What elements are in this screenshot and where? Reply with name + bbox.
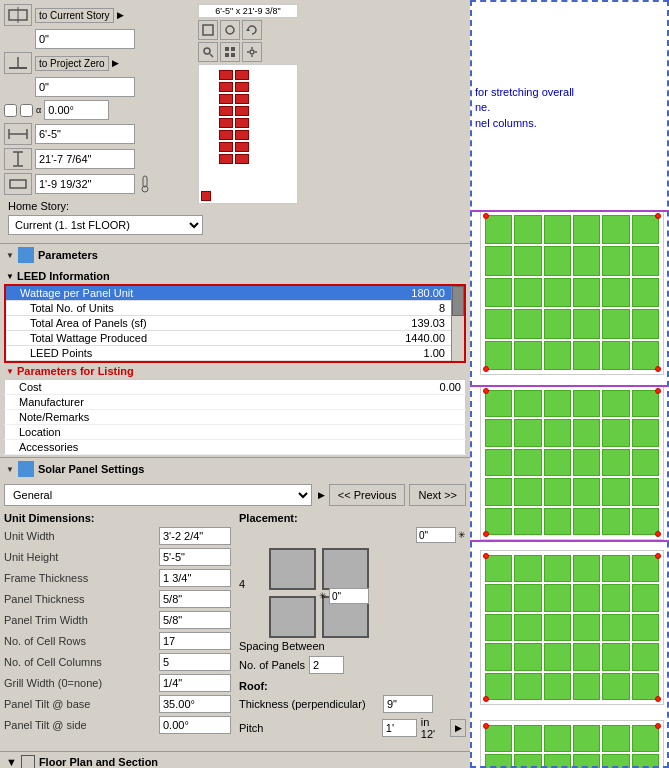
total-height-input[interactable] (35, 149, 135, 169)
spacing-between-label: Spacing Between (239, 640, 466, 652)
solar-panel-cell (514, 754, 541, 768)
solar-panel-cell (573, 754, 600, 768)
solar-panels-container (475, 210, 669, 768)
params-row-label[interactable]: Cost (5, 380, 350, 395)
width-input[interactable] (35, 124, 135, 144)
solar-panel-cell (514, 278, 541, 307)
parameters-title: Parameters (38, 249, 98, 261)
solar-section-2 (480, 550, 664, 705)
solar-panel-cell (632, 390, 659, 417)
leed-section-header[interactable]: ▼ LEED Information (4, 268, 466, 284)
input2-row (4, 77, 194, 97)
leed-row-label[interactable]: LEED Points (6, 346, 337, 361)
panel-thickness-input[interactable] (159, 590, 231, 608)
solar-panel-cell (632, 478, 659, 505)
params-row-label[interactable]: Accessories (5, 440, 350, 455)
unit-width-input[interactable] (159, 527, 231, 545)
current-story-icon (4, 4, 32, 26)
previous-button[interactable]: << Previous (329, 484, 406, 506)
preview-cell (235, 106, 249, 116)
leed-row-label[interactable]: Total Wattage Produced (6, 331, 337, 346)
general-arrow[interactable]: ▶ (318, 490, 325, 500)
blue-note-line2: ne. (475, 100, 574, 115)
current-story-arrow[interactable]: ▶ (117, 10, 124, 20)
panel-trim-input[interactable] (159, 611, 231, 629)
checkbox2[interactable] (20, 104, 33, 117)
width-row (4, 123, 194, 145)
solar-panel-cell (485, 673, 512, 700)
roof-thickness-label: Thickness (perpendicular) (239, 698, 379, 710)
corner-dot (655, 213, 661, 219)
offset-project-zero-input[interactable] (35, 77, 135, 97)
settings-icon[interactable] (242, 42, 262, 62)
angle-input[interactable] (44, 100, 109, 120)
tilt-side-input[interactable] (159, 716, 231, 734)
spacing-top-input[interactable] (416, 527, 456, 543)
zoom-icon[interactable] (198, 42, 218, 62)
solar-panel-cell (485, 246, 512, 275)
solar-panel-cell (514, 215, 541, 244)
frame-thickness-label: Frame Thickness (4, 572, 88, 584)
to-current-story-row: to Current Story ▶ (4, 4, 194, 26)
checkbox1[interactable] (4, 104, 17, 117)
params-row-value (349, 395, 465, 410)
solar-panel-cell (544, 478, 571, 505)
params-row-label[interactable]: Manufacturer (5, 395, 350, 410)
solar-panel-cell (602, 584, 629, 611)
select-icon[interactable] (198, 20, 218, 40)
home-story-label: Home Story: (8, 200, 69, 212)
leed-scrollbar-thumb[interactable] (452, 286, 464, 316)
next-button[interactable]: Next >> (409, 484, 466, 506)
no-panels-input[interactable] (309, 656, 344, 674)
home-story-row: Home Story: (4, 198, 194, 214)
params-row-label[interactable]: Location (5, 425, 350, 440)
offset-current-story-input[interactable] (35, 29, 135, 49)
frame-thickness-input[interactable] (159, 569, 231, 587)
solar-panel-cell (544, 725, 571, 752)
preview-red-items (219, 70, 297, 164)
corner-dot (483, 531, 489, 537)
pitch-value1-input[interactable] (382, 719, 417, 737)
pitch-arrow-button[interactable]: ▶ (450, 719, 466, 737)
solar-panel-cell (602, 449, 629, 476)
to-project-zero-label[interactable]: to Project Zero (35, 56, 109, 71)
leed-row-label[interactable]: Wattage per Panel Unit (6, 286, 337, 301)
svg-rect-11 (143, 176, 147, 187)
solar-panel-cell (514, 643, 541, 670)
general-dropdown[interactable]: General (4, 484, 312, 506)
preview-cell (235, 94, 249, 104)
cell-rows-label: No. of Cell Rows (4, 635, 86, 647)
spacing-right-input[interactable] (329, 588, 369, 604)
rotate-icon[interactable] (242, 20, 262, 40)
params-row-label[interactable]: Note/Remarks (5, 410, 350, 425)
elevation-input[interactable] (35, 174, 135, 194)
leed-row-label[interactable]: Total Area of Panels (sf) (6, 316, 337, 331)
to-current-story-label[interactable]: to Current Story (35, 8, 114, 23)
move-icon[interactable] (220, 20, 240, 40)
solar-panel-cell (485, 278, 512, 307)
params-listing-header[interactable]: ▼ Parameters for Listing (4, 363, 466, 379)
grill-width-input[interactable] (159, 674, 231, 692)
solar-settings-triangle: ▼ (6, 465, 14, 474)
solar-panel-cell (573, 478, 600, 505)
floor-plan-header[interactable]: ▼ Floor Plan and Section (0, 751, 470, 768)
roof-thickness-input[interactable] (383, 695, 433, 713)
parameters-section-header[interactable]: ▼ Parameters (0, 243, 470, 266)
home-story-dropdown[interactable]: Current (1. 1st FLOOR) (8, 215, 203, 235)
svg-rect-10 (10, 180, 26, 188)
project-zero-arrow[interactable]: ▶ (112, 58, 119, 68)
roof-pitch-row: Pitch in 12' ▶ (239, 716, 466, 740)
dimension-display: 6'-5" x 21'-9 3/8" (198, 4, 298, 18)
cell-cols-input[interactable] (159, 653, 231, 671)
leed-scrollbar[interactable] (451, 286, 464, 361)
tilt-base-input[interactable] (159, 695, 231, 713)
home-story-dropdown-row: Current (1. 1st FLOOR) (4, 214, 194, 239)
grid-icon[interactable] (220, 42, 240, 62)
unit-height-input[interactable] (159, 548, 231, 566)
solar-panel-cell (602, 309, 629, 338)
cell-rows-input[interactable] (159, 632, 231, 650)
solar-panel-cell (485, 614, 512, 641)
solar-settings-header[interactable]: ▼ Solar Panel Settings (0, 457, 470, 480)
leed-row-label[interactable]: Total No. of Units (6, 301, 337, 316)
solar-panel-cell (573, 278, 600, 307)
